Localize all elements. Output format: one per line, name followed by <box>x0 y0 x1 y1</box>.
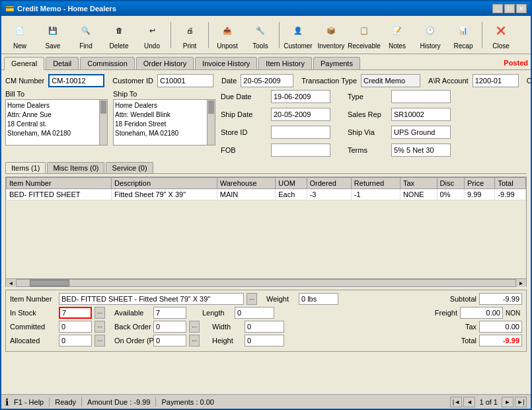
close-button[interactable]: ❌ Close <box>485 18 517 52</box>
on-order-dots-btn[interactable]: ··· <box>189 335 200 347</box>
table-row[interactable]: BED- FITTED SHEET Fitted Sheet 79" X 39"… <box>7 189 526 200</box>
sales-rep-input[interactable] <box>391 108 451 121</box>
type-input[interactable] <box>391 90 451 103</box>
row-ordered: -3 <box>307 189 351 200</box>
tab-order-history[interactable]: Order History <box>136 57 194 69</box>
ar-account-input[interactable] <box>473 74 519 87</box>
bottom-item-number-row: Item Number ··· Weight Subtotal <box>10 293 522 305</box>
store-id-input[interactable] <box>271 126 330 139</box>
new-label: New <box>13 42 26 50</box>
bottom-item-number-input[interactable] <box>59 293 244 305</box>
scroll-right-btn[interactable]: ► <box>515 279 526 287</box>
in-stock-input[interactable] <box>59 307 92 319</box>
scroll-left-btn[interactable]: ◄ <box>6 279 17 287</box>
tab-item-history[interactable]: Item History <box>258 57 312 69</box>
unpost-label: Unpost <box>217 42 238 50</box>
bill-to-scrollbar[interactable] <box>99 100 107 145</box>
bottom-panel: Item Number ··· Weight Subtotal In Stock… <box>5 290 527 352</box>
weight-input[interactable] <box>299 293 338 305</box>
recap-icon: 📊 <box>453 20 474 41</box>
col-price: Price <box>464 178 494 189</box>
print-button[interactable]: 🖨 Print <box>174 18 206 52</box>
delete-label: Delete <box>110 42 129 50</box>
table-scrollbar-h[interactable]: ◄ ► <box>5 279 527 287</box>
recap-button[interactable]: 📊 Recap <box>447 18 479 52</box>
currency-label: Currency <box>527 77 531 85</box>
committed-input[interactable] <box>59 321 92 333</box>
col-description: Description <box>112 178 217 189</box>
tab-general[interactable]: General <box>4 57 44 70</box>
type-label: Type <box>348 93 387 101</box>
freight-input[interactable] <box>460 307 503 319</box>
sub-tab-misc-items[interactable]: Misc Items (0) <box>47 162 104 173</box>
receivable-button[interactable]: 📋 Receivable <box>348 18 380 52</box>
col-returned: Returned <box>351 178 400 189</box>
maximize-button[interactable]: □ <box>504 4 515 13</box>
item-number-dots-btn[interactable]: ··· <box>247 293 257 305</box>
back-order-dots-btn[interactable]: ··· <box>189 321 200 333</box>
fob-input[interactable] <box>271 144 330 157</box>
available-input[interactable] <box>153 307 186 319</box>
tools-button[interactable]: 🔧 Tools <box>245 18 276 52</box>
ship-date-input[interactable] <box>271 108 330 121</box>
notes-button[interactable]: 📝 Notes <box>381 18 413 52</box>
scroll-thumb[interactable] <box>30 280 69 286</box>
delete-button[interactable]: 🗑 Delete <box>103 18 135 52</box>
col-uom: UOM <box>276 178 307 189</box>
content-area: CM Number Customer ID Date Transaction T… <box>1 70 531 394</box>
back-order-input[interactable] <box>153 321 186 333</box>
recap-label: Recap <box>454 42 473 50</box>
history-button[interactable]: 🕐 History <box>414 18 446 52</box>
address-row: Bill To Home DealersAttn: Anne Sue18 Cen… <box>5 90 527 159</box>
payments-text: Payments : 0.00 <box>161 398 214 406</box>
sub-tab-service[interactable]: Service (0) <box>106 162 153 173</box>
transaction-type-label: Transaction Type <box>301 77 357 85</box>
allocated-input[interactable] <box>59 335 92 347</box>
length-input[interactable] <box>235 307 274 319</box>
tab-commission[interactable]: Commission <box>80 57 135 69</box>
unpost-button[interactable]: 📤 Unpost <box>211 18 243 52</box>
nav-next-btn[interactable]: ► <box>502 397 513 407</box>
nav-prev-btn[interactable]: ◄ <box>463 397 475 407</box>
col-item-number: Item Number <box>7 178 112 189</box>
committed-dots-btn[interactable]: ··· <box>95 321 105 333</box>
bill-to-section: Bill To Home DealersAttn: Anne Sue18 Cen… <box>5 90 108 159</box>
items-table-container[interactable]: Item Number Description Warehouse UOM Or… <box>5 177 527 279</box>
on-order-input[interactable] <box>153 335 186 347</box>
date-input[interactable] <box>241 74 293 87</box>
cm-number-input[interactable] <box>48 74 104 87</box>
new-button[interactable]: 📄 New <box>4 18 36 52</box>
height-input[interactable] <box>245 335 284 347</box>
save-button[interactable]: 💾 Save <box>37 18 69 52</box>
minimize-button[interactable]: _ <box>492 4 503 13</box>
tab-detail[interactable]: Detail <box>46 57 79 69</box>
terms-input[interactable] <box>391 144 451 157</box>
available-label: Available <box>114 309 151 317</box>
ship-to-scrollbar[interactable] <box>207 100 215 145</box>
receivable-label: Receivable <box>348 42 380 50</box>
tab-invoice-history[interactable]: Invoice History <box>195 57 257 69</box>
ship-via-input[interactable] <box>391 126 451 139</box>
find-button[interactable]: 🔍 Find <box>70 18 102 52</box>
save-icon: 💾 <box>42 20 63 41</box>
sales-rep-label: Sales Rep <box>348 110 387 118</box>
ship-date-row: Ship Date Sales Rep <box>221 108 527 121</box>
nav-last-btn[interactable]: ►| <box>515 397 527 407</box>
allocated-dots-btn[interactable]: ··· <box>95 335 105 347</box>
customer-button[interactable]: 👤 Customer <box>282 18 314 52</box>
tab-payments[interactable]: Payments <box>313 57 360 69</box>
customer-id-input[interactable] <box>157 74 213 87</box>
sub-tab-items[interactable]: Items (1) <box>5 162 46 173</box>
nav-first-btn[interactable]: |◄ <box>450 397 462 407</box>
due-date-input[interactable] <box>271 90 330 103</box>
items-table: Item Number Description Warehouse UOM Or… <box>6 177 526 200</box>
print-icon: 🖨 <box>179 20 200 41</box>
in-stock-dots-btn[interactable]: ··· <box>95 307 105 319</box>
width-input[interactable] <box>245 321 284 333</box>
close-window-button[interactable]: ✕ <box>516 4 527 13</box>
undo-button[interactable]: ↩ Undo <box>136 18 168 52</box>
inventory-button[interactable]: 📦 Inventory <box>315 18 347 52</box>
delete-icon: 🗑 <box>108 20 130 41</box>
undo-label: Undo <box>144 42 160 50</box>
row-item-number: BED- FITTED SHEET <box>7 189 112 200</box>
